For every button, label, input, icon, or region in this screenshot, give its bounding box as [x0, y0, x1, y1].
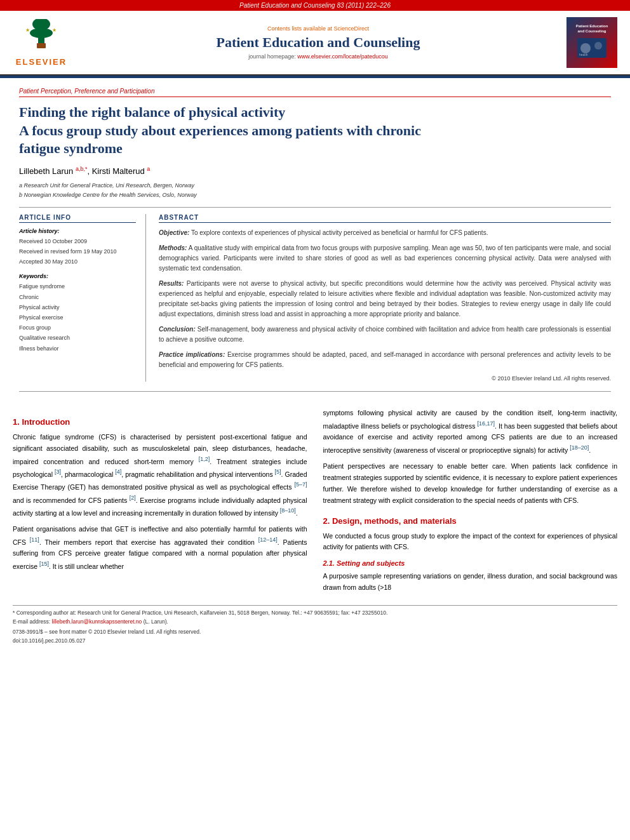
abstract-objective: Objective: To explore contexts of experi… [159, 228, 611, 238]
footnote-doi: doi:10.1016/j.pec.2010.05.027 [13, 637, 617, 644]
journal-center-block: Contents lists available at ScienceDirec… [70, 25, 566, 60]
journal-citation: Patient Education and Counseling 83 (201… [239, 2, 391, 9]
accepted-date: Accepted 30 May 2010 [19, 257, 136, 267]
section1-right-para2: Patient perspectives are necessary to en… [323, 461, 618, 506]
footnote-email-address: lillebeth.larun@kunnskapssenteret.no [51, 618, 142, 625]
divider-1 [19, 207, 611, 208]
authors: Lillebeth Larun a,b,*, Kirsti Malterud a [19, 166, 611, 176]
body-col-right: symptoms following physical activity are… [323, 408, 618, 599]
body-col-left: 1. Introduction Chronic fatigue syndrome… [13, 408, 307, 599]
svg-point-8 [594, 42, 602, 50]
svg-text:health: health [579, 53, 588, 57]
keyword-3: Physical activity [19, 302, 136, 312]
footnote-section: * Corresponding author at: Research Unit… [13, 605, 617, 644]
homepage-url: www.elsevier.com/locate/pateducou [297, 53, 388, 60]
section1-right-para1: symptoms following physical activity are… [323, 408, 618, 456]
footnote-issn: 0738-3991/$ – see front matter © 2010 El… [13, 629, 617, 635]
journal-title: Patient Education and Counseling [70, 34, 566, 51]
abstract-practice: Practice implications: Exercise programm… [159, 350, 611, 370]
article-info-col: ARTICLE INFO Article history: Received 1… [19, 214, 146, 382]
journal-header: ★ ★ ELSEVIER Contents lists available at… [0, 11, 630, 76]
keyword-1: Fatigue syndrome [19, 281, 136, 291]
section1-para2: Patient organisations advise that GET is… [13, 524, 307, 572]
keyword-5: Focus group [19, 323, 136, 333]
section1-para1: Chronic fatigue syndrome (CFS) is charac… [13, 432, 307, 519]
abstract-results: Results: Participants were not averse to… [159, 279, 611, 319]
section21-heading: 2.1. Setting and subjects [323, 559, 618, 567]
svg-point-7 [580, 43, 591, 53]
section21-para1: A purposive sample representing variatio… [323, 571, 618, 594]
keyword-7: Illness behavior [19, 343, 136, 354]
svg-point-2 [30, 28, 53, 38]
section-label: Patient Perception, Preference and Parti… [19, 88, 611, 97]
article-title: Finding the right balance of physical ac… [19, 103, 611, 158]
svg-text:★: ★ [52, 27, 57, 33]
copyright: © 2010 Elsevier Ireland Ltd. All rights … [159, 375, 611, 382]
abstract-methods: Methods: A qualitative study with empiri… [159, 243, 611, 274]
keyword-4: Physical exercise [19, 312, 136, 323]
received-date: Received 10 October 2009 [19, 236, 136, 246]
keywords-list: Fatigue syndrome Chronic Physical activi… [19, 281, 136, 353]
sciencedirect-text: ScienceDirect [334, 25, 370, 32]
footnote-email: E-mail address: lillebeth.larun@kunnskap… [13, 618, 617, 627]
history-label: Article history: [19, 228, 136, 234]
section2-para1: We conducted a focus group study to expl… [323, 531, 618, 554]
elsevier-emblem-icon: ★ ★ [19, 19, 64, 57]
divider-2 [19, 391, 611, 392]
sciencedirect-link: Contents lists available at ScienceDirec… [70, 25, 566, 32]
keyword-2: Chronic [19, 292, 136, 302]
article-info-title: ARTICLE INFO [19, 214, 136, 223]
section2-heading: 2. Design, methods, and materials [323, 516, 618, 526]
abstract-title: ABSTRACT [159, 214, 611, 223]
article-content: Patient Perception, Preference and Parti… [0, 78, 630, 408]
keywords-label: Keywords: [19, 273, 136, 279]
info-abstract-section: ARTICLE INFO Article history: Received 1… [19, 214, 611, 382]
elsevier-name: ELSEVIER [16, 57, 67, 67]
journal-homepage: journal homepage: www.elsevier.com/locat… [70, 53, 566, 60]
svg-rect-3 [37, 43, 46, 48]
abstract-col: ABSTRACT Objective: To explore contexts … [159, 214, 611, 382]
section1-heading: 1. Introduction [13, 417, 307, 427]
article-dates: Received 10 October 2009 Received in rev… [19, 236, 136, 267]
revised-date: Received in revised form 19 May 2010 [19, 246, 136, 257]
svg-text:★: ★ [25, 27, 30, 33]
footnote-corresponding: * Corresponding author at: Research Unit… [13, 609, 617, 618]
elsevier-logo-block: ★ ★ ELSEVIER [13, 19, 70, 67]
journal-cover-image: Patient Education and Counseling health [566, 17, 617, 68]
top-banner: Patient Education and Counseling 83 (201… [0, 0, 630, 11]
affiliations: a Research Unit for General Practice, Un… [19, 181, 611, 199]
abstract-conclusion: Conclusion: Self-management, body awaren… [159, 324, 611, 345]
keyword-6: Qualitative research [19, 333, 136, 343]
body-section: 1. Introduction Chronic fatigue syndrome… [0, 408, 630, 599]
